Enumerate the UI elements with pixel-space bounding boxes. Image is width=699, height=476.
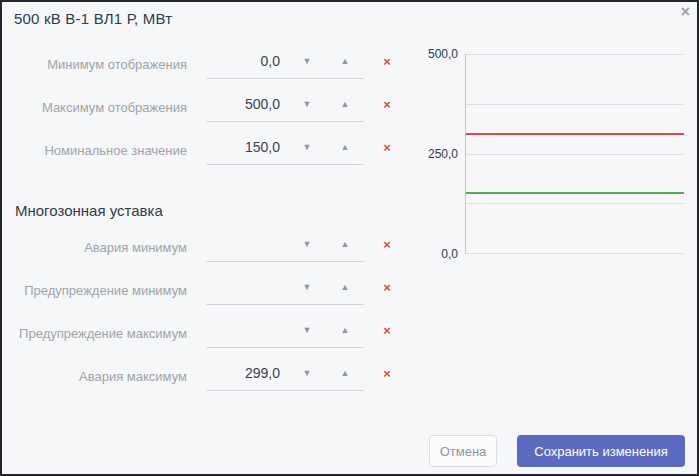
spinner-up-icon[interactable]: ▲ (326, 239, 364, 249)
spinner-down-icon[interactable]: ▼ (288, 56, 326, 66)
field-input[interactable]: ▼ ▲ (206, 227, 364, 262)
field-label: Минимум отображения (2, 43, 187, 86)
chart-gridline (466, 104, 684, 105)
field-row-nominal: Номинальное значение 150,0 ▼ ▲ × (2, 129, 412, 172)
chart-gridline (466, 203, 684, 204)
chart-ytick-label: 500,0 (428, 47, 458, 61)
field-value[interactable]: 150,0 (206, 139, 288, 155)
dialog-title: 500 кВ В-1 ВЛ1 Р, МВт (14, 10, 172, 27)
section-title: Многозонная уставка (2, 172, 412, 226)
field-value[interactable]: 299,0 (206, 365, 288, 381)
spinner-down-icon[interactable]: ▼ (288, 239, 326, 249)
field-input[interactable]: 150,0 ▼ ▲ (206, 130, 364, 165)
spinner-up-icon[interactable]: ▲ (326, 56, 364, 66)
field-input[interactable]: 500,0 ▼ ▲ (206, 87, 364, 122)
clear-field-icon[interactable]: × (379, 355, 395, 392)
chart-gridline (466, 253, 684, 254)
chart-gridline (466, 54, 684, 55)
chart-ytick-label: 250,0 (428, 147, 458, 161)
field-input[interactable]: 0,0 ▼ ▲ (206, 44, 364, 79)
field-row-warning-min: Предупреждение минимум ▼ ▲ × (2, 269, 412, 312)
spinner-up-icon[interactable]: ▲ (326, 142, 364, 152)
chart-threshold-line (466, 133, 684, 135)
field-label: Номинальное значение (2, 129, 187, 172)
cancel-button[interactable]: Отмена (429, 435, 497, 467)
field-value[interactable]: 0,0 (206, 53, 288, 69)
field-input[interactable]: ▼ ▲ (206, 270, 364, 305)
field-label: Максимум отображения (2, 86, 187, 129)
clear-field-icon[interactable]: × (379, 226, 395, 263)
clear-field-icon[interactable]: × (379, 86, 395, 123)
spinner-down-icon[interactable]: ▼ (288, 368, 326, 378)
spinner-up-icon[interactable]: ▲ (326, 368, 364, 378)
field-label: Авария минимум (2, 226, 187, 269)
spinner-up-icon[interactable]: ▲ (326, 325, 364, 335)
spinner-down-icon[interactable]: ▼ (288, 99, 326, 109)
field-row-alarm-max: Авария максимум 299,0 ▼ ▲ × (2, 355, 412, 398)
chart-plot (465, 54, 684, 254)
settings-dialog: 500 кВ В-1 ВЛ1 Р, МВт × Минимум отображе… (0, 0, 699, 476)
field-row-alarm-min: Авария минимум ▼ ▲ × (2, 226, 412, 269)
clear-field-icon[interactable]: × (379, 43, 395, 80)
field-input[interactable]: 299,0 ▼ ▲ (206, 356, 364, 391)
field-row-display-min: Минимум отображения 0,0 ▼ ▲ × (2, 43, 412, 86)
clear-field-icon[interactable]: × (379, 312, 395, 349)
field-input[interactable]: ▼ ▲ (206, 313, 364, 348)
field-value[interactable]: 500,0 (206, 96, 288, 112)
spinner-up-icon[interactable]: ▲ (326, 99, 364, 109)
settings-form: Минимум отображения 0,0 ▼ ▲ × Максимум о… (2, 43, 412, 398)
clear-field-icon[interactable]: × (379, 269, 395, 306)
spinner-down-icon[interactable]: ▼ (288, 325, 326, 335)
chart-ytick-label: 0,0 (441, 247, 458, 261)
clear-field-icon[interactable]: × (379, 129, 395, 166)
spinner-up-icon[interactable]: ▲ (326, 282, 364, 292)
save-button[interactable]: Сохранить изменения (517, 435, 685, 467)
field-label: Предупреждение минимум (2, 269, 187, 312)
field-label: Авария максимум (2, 355, 187, 398)
chart-threshold-line (466, 192, 684, 194)
spinner-down-icon[interactable]: ▼ (288, 142, 326, 152)
field-row-warning-max: Предупреждение максимум ▼ ▲ × (2, 312, 412, 355)
chart-gridline (466, 154, 684, 155)
field-row-display-max: Максимум отображения 500,0 ▼ ▲ × (2, 86, 412, 129)
spinner-down-icon[interactable]: ▼ (288, 282, 326, 292)
field-label: Предупреждение максимум (2, 312, 187, 355)
close-icon[interactable]: × (681, 3, 690, 21)
